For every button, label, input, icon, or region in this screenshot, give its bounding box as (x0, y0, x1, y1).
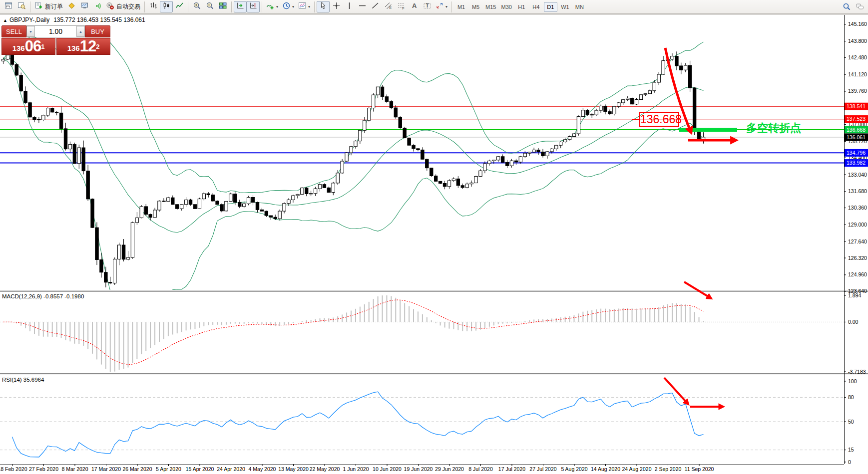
text-button[interactable]: A (408, 1, 421, 12)
horizontal-line-button[interactable] (356, 1, 369, 12)
svg-text:127.640: 127.640 (848, 238, 867, 244)
new-order-icon (34, 1, 43, 12)
svg-text:0: 0 (848, 459, 851, 465)
trendline-icon (371, 1, 380, 12)
buy-price-display[interactable]: 136 12 2 (56, 38, 110, 55)
auto-scroll-button[interactable] (234, 1, 247, 12)
buy-button[interactable]: BUY (85, 25, 110, 37)
toolbar-separator (314, 1, 315, 12)
svg-text:2 Sep 2020: 2 Sep 2020 (655, 466, 682, 472)
svg-text:26 Mar 2020: 26 Mar 2020 (123, 466, 152, 472)
price-level-annotation[interactable]: 136.668 (639, 112, 679, 127)
chart-shift-button[interactable] (247, 1, 260, 12)
svg-text:22 May 2020: 22 May 2020 (310, 466, 340, 472)
volume-input[interactable] (35, 26, 76, 37)
profiles-button[interactable] (15, 1, 28, 12)
svg-text:27 Jul 2020: 27 Jul 2020 (529, 466, 556, 472)
svg-text:129.000: 129.000 (848, 222, 867, 228)
templates-button[interactable]: ▾ (296, 1, 312, 12)
fibonacci-button[interactable]: F (395, 1, 408, 12)
tile-windows-button[interactable] (216, 1, 229, 12)
fibonacci-icon: F (397, 1, 406, 12)
rsi-indicator-label: RSI(14) 35.6964 (2, 377, 44, 383)
svg-text:143.800: 143.800 (848, 38, 867, 44)
chat-button[interactable] (853, 1, 866, 12)
zoom-in-button[interactable] (190, 1, 203, 12)
dropdown-arrow-icon[interactable]: ▾ (292, 4, 294, 9)
text-label-button[interactable]: T (421, 1, 434, 12)
vertical-line-button[interactable] (343, 1, 356, 12)
periods-button[interactable]: ▾ (280, 1, 296, 12)
turning-point-note[interactable]: 多空转折点 (746, 121, 801, 136)
volume-decrease-button[interactable]: ▼ (26, 26, 35, 37)
svg-text:24 Aug 2020: 24 Aug 2020 (622, 466, 652, 472)
periods-icon (282, 1, 291, 12)
timeframe-m5-button[interactable]: M5 (469, 2, 482, 12)
toolbar-separator (30, 1, 30, 12)
timeframe-w1-button[interactable]: W1 (558, 2, 572, 12)
svg-text:145.160: 145.160 (848, 21, 867, 27)
timeframe-m1-button[interactable]: M1 (454, 2, 468, 12)
dropdown-arrow-icon[interactable]: ▾ (308, 4, 310, 9)
trendline-button[interactable] (369, 1, 382, 12)
chart-title: ▲GBPJPY-,Daily135.772 136.453 135.545 13… (3, 16, 145, 23)
cursor-button[interactable] (317, 1, 330, 12)
timeframe-h4-button[interactable]: H4 (529, 2, 543, 12)
buy-price-point: 2 (96, 38, 99, 55)
candles-chart-button[interactable] (160, 1, 173, 12)
signals-button[interactable] (91, 1, 104, 12)
sell-price-point: 1 (41, 38, 44, 55)
svg-text:E: E (389, 6, 392, 9)
sell-button[interactable]: SELL (1, 25, 26, 37)
toolbar-separator (144, 1, 145, 12)
timeframe-mn-button[interactable]: MN (573, 2, 586, 12)
timeframe-m30-button[interactable]: M30 (499, 2, 513, 12)
svg-text:1 Jun 2020: 1 Jun 2020 (343, 466, 369, 472)
auto-trading-button[interactable]: 自动交易 (104, 1, 142, 12)
svg-text:19 Jun 2020: 19 Jun 2020 (404, 466, 433, 472)
svg-text:139.760: 139.760 (848, 88, 867, 94)
toolbar-separator (262, 1, 262, 12)
equidistant-channel-button[interactable]: E (382, 1, 395, 12)
svg-text:100: 100 (848, 378, 857, 384)
svg-text:13 May 2020: 13 May 2020 (278, 466, 309, 472)
history-center-icon (67, 1, 76, 12)
svg-text:27 Feb 2020: 27 Feb 2020 (29, 466, 58, 472)
svg-text:136.061: 136.061 (847, 134, 866, 140)
timeframe-d1-button[interactable]: D1 (544, 2, 557, 12)
indicators-button[interactable]: ▾ (264, 1, 280, 12)
line-chart-button[interactable] (173, 1, 186, 12)
chart-canvas[interactable]: 145.160143.800142.480141.120139.760138.4… (0, 0, 868, 474)
arrows-button[interactable]: ▾ (434, 1, 449, 12)
timeframe-m15-button[interactable]: M15 (483, 2, 498, 12)
signals-icon (93, 1, 102, 12)
svg-text:24 Apr 2020: 24 Apr 2020 (217, 466, 245, 472)
collapse-panel-icon[interactable]: ▲ (3, 18, 7, 23)
symbol-period-label: GBPJPY-,Daily (9, 16, 49, 23)
svg-text:15 Apr 2020: 15 Apr 2020 (186, 466, 214, 472)
tile-windows-icon (219, 1, 227, 12)
horizontal-line-icon (358, 1, 367, 12)
cursor-icon (319, 1, 328, 12)
volume-increase-button[interactable]: ▲ (76, 26, 85, 37)
market-watch-button[interactable] (78, 1, 91, 12)
svg-text:14 Aug 2020: 14 Aug 2020 (591, 466, 620, 472)
indicators-icon (266, 1, 275, 12)
candles-chart-icon (162, 1, 171, 12)
search-button[interactable] (840, 1, 853, 12)
svg-text:137.523: 137.523 (847, 116, 866, 122)
new-order-button[interactable]: 新订单 (32, 1, 65, 12)
arrows-icon (435, 1, 444, 12)
crosshair-button[interactable] (330, 1, 343, 12)
history-center-button[interactable] (65, 1, 78, 12)
chart-window-button[interactable] (2, 1, 15, 12)
svg-text:142.480: 142.480 (848, 54, 867, 60)
dropdown-arrow-icon[interactable]: ▾ (276, 4, 278, 9)
zoom-out-button[interactable] (203, 1, 216, 12)
sell-price-int: 136 (12, 43, 25, 53)
sell-price-display[interactable]: 136 06 1 (1, 38, 55, 55)
auto-trading-icon (106, 1, 114, 12)
timeframe-h1-button[interactable]: H1 (515, 2, 528, 12)
dropdown-arrow-icon[interactable]: ▾ (445, 4, 447, 9)
bars-chart-button[interactable] (147, 1, 160, 12)
